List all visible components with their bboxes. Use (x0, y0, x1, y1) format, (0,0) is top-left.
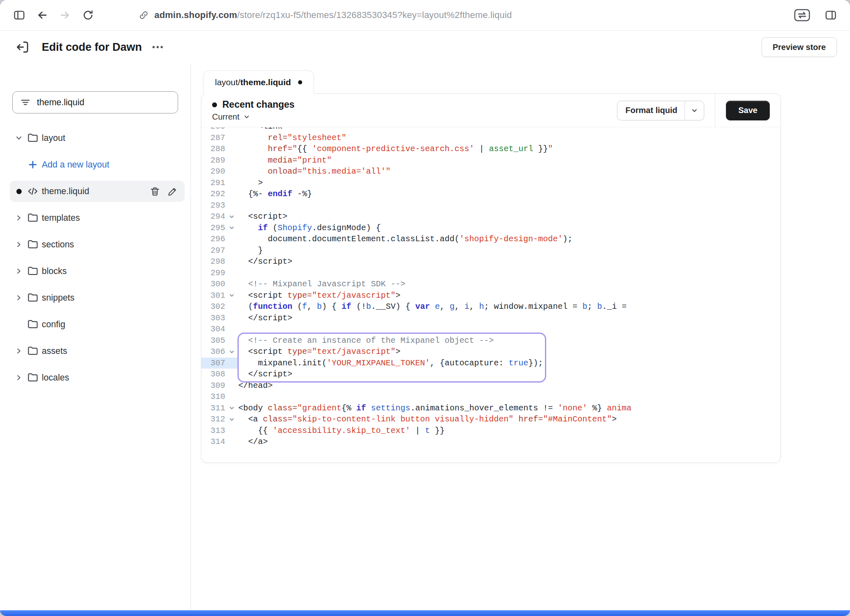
line-gutter: 288 (201, 143, 238, 155)
chevron-right-icon[interactable] (13, 346, 25, 356)
sidebar-item-blocks[interactable]: blocks (10, 260, 185, 282)
code-line-313[interactable]: 313 {{ 'accessibility.skip_to_text' | t … (201, 425, 780, 437)
sidebar-item-config[interactable]: config (10, 314, 185, 335)
chevron-down-icon[interactable] (685, 101, 704, 120)
save-button[interactable]: Save (726, 101, 770, 120)
back-icon[interactable] (33, 6, 52, 25)
code-line-294[interactable]: 294 <script> (201, 211, 780, 222)
line-gutter: 312 (201, 414, 238, 425)
trash-icon[interactable] (149, 186, 161, 197)
address-bar[interactable]: admin.shopify.com/store/rzq1xu-f5/themes… (138, 10, 512, 20)
code-line-305[interactable]: 305 <!-- Create an instance of the Mixpa… (201, 335, 780, 346)
code-line-299[interactable]: 299 (201, 267, 780, 279)
code-line-295[interactable]: 295 if (Shopify.designMode) { (201, 222, 780, 234)
line-number: 288 (201, 144, 225, 154)
code-editor[interactable]: 286 <link287 rel="stylesheet"288 href="{… (201, 127, 780, 463)
tree-item-label: config (42, 319, 65, 330)
code-line-292[interactable]: 292 {%- endif -%} (201, 188, 780, 200)
line-gutter: 310 (201, 391, 238, 403)
code-icon (25, 185, 41, 197)
code-line-311[interactable]: 311<body class="gradient{% if settings.a… (201, 403, 780, 414)
modified-indicator-dot (13, 189, 25, 194)
code-text: {{ 'accessibility.skip_to_text' | t }} (238, 425, 445, 437)
fold-toggle-icon[interactable] (225, 213, 238, 220)
line-gutter: 297 (201, 245, 238, 256)
tab-label: layout/theme.liquid (215, 77, 291, 87)
code-line-286[interactable]: 286 <link (201, 127, 780, 132)
editor-tab-theme-liquid[interactable]: layout/theme.liquid (203, 70, 314, 94)
preview-store-button[interactable]: Preview store (762, 37, 837, 57)
link-icon (138, 10, 149, 20)
line-gutter: 286 (201, 127, 238, 132)
file-search-input[interactable] (37, 97, 170, 108)
fold-toggle-icon[interactable] (225, 348, 238, 356)
chevron-right-icon[interactable] (13, 240, 25, 249)
pencil-icon[interactable] (167, 186, 178, 197)
sidebar-item-locales[interactable]: locales (10, 367, 185, 388)
tree-item-label: assets (42, 346, 67, 356)
code-line-287[interactable]: 287 rel="stylesheet" (201, 132, 780, 144)
forward-icon[interactable] (56, 6, 75, 25)
code-line-309[interactable]: 309</head> (201, 380, 780, 392)
code-line-291[interactable]: 291 > (201, 177, 780, 189)
code-line-303[interactable]: 303 </script> (201, 313, 780, 324)
tree-item-label: locales (42, 373, 69, 383)
add-new-layout-button[interactable]: Add a new layout (10, 154, 185, 175)
code-line-301[interactable]: 301 <script type="text/javascript"> (201, 290, 780, 301)
line-number: 305 (201, 336, 225, 345)
chevron-right-icon[interactable] (13, 213, 25, 222)
chevron-right-icon[interactable] (13, 267, 25, 276)
line-gutter: 295 (201, 222, 238, 234)
line-number: 292 (201, 189, 225, 199)
more-menu-icon[interactable] (148, 37, 167, 57)
sidebar-item-layout[interactable]: layout (10, 127, 185, 149)
code-line-290[interactable]: 290 onload="this.media='all'" (201, 166, 780, 177)
line-gutter: 290 (201, 166, 238, 177)
folder-icon (25, 318, 41, 331)
sidebar-item-snippets[interactable]: snippets (10, 287, 185, 308)
panel-switcher-icon[interactable] (793, 6, 812, 25)
exit-icon[interactable] (13, 37, 33, 57)
line-number: 293 (201, 201, 225, 210)
code-line-310[interactable]: 310 (201, 391, 780, 403)
code-line-307[interactable]: 307 mixpanel.init('YOUR_MIXPANEL_TOKEN',… (201, 358, 780, 369)
code-line-306[interactable]: 306 <script type="text/javascript"> (201, 346, 780, 358)
sidebar-item-sections[interactable]: sections (10, 234, 185, 255)
sidebar-item-assets[interactable]: assets (10, 340, 185, 362)
url-text: admin.shopify.com/store/rzq1xu-f5/themes… (154, 10, 512, 20)
line-number: 287 (201, 133, 225, 143)
code-line-293[interactable]: 293 (201, 200, 780, 211)
code-text: document.documentElement.classList.add('… (238, 233, 572, 245)
code-text: mixpanel.init('YOUR_MIXPANEL_TOKEN', {au… (238, 358, 543, 369)
code-line-297[interactable]: 297 } (201, 245, 780, 256)
code-line-296[interactable]: 296 document.documentElement.classList.a… (201, 233, 780, 245)
line-gutter: 300 (201, 279, 238, 290)
code-line-298[interactable]: 298 </script> (201, 256, 780, 267)
fold-toggle-icon[interactable] (225, 224, 238, 231)
version-selector[interactable]: Current (212, 112, 294, 122)
fold-toggle-icon[interactable] (225, 404, 238, 412)
chevron-down-icon[interactable] (13, 134, 25, 143)
code-line-312[interactable]: 312 <a class="skip-to-content-link butto… (201, 414, 780, 425)
reload-icon[interactable] (79, 6, 97, 25)
code-line-288[interactable]: 288 href="{{ 'component-predictive-searc… (201, 143, 780, 155)
window-sidebar-toggle-icon[interactable] (10, 6, 29, 25)
chevron-right-icon[interactable] (13, 373, 25, 382)
fold-toggle-icon[interactable] (225, 292, 238, 299)
code-line-300[interactable]: 300 <!-- Mixpanel Javascript SDK --> (201, 279, 780, 290)
fold-toggle-icon[interactable] (225, 416, 238, 423)
file-search-box[interactable] (12, 91, 178, 113)
code-line-314[interactable]: 314 </a> (201, 436, 780, 448)
tree-item-label: blocks (42, 266, 67, 276)
code-line-302[interactable]: 302 (function (f, b) { if (!b.__SV) { va… (201, 301, 780, 313)
code-line-308[interactable]: 308 </script> (201, 369, 780, 380)
chevron-right-icon[interactable] (13, 293, 25, 302)
format-liquid-button[interactable]: Format liquid (617, 101, 705, 120)
sidebar-item-templates[interactable]: templates (10, 207, 185, 229)
code-text: <link (238, 127, 283, 132)
folder-icon (25, 132, 41, 144)
code-line-289[interactable]: 289 media="print" (201, 155, 780, 166)
code-line-304[interactable]: 304 (201, 324, 780, 335)
sidebar-item-theme-liquid[interactable]: theme.liquid (10, 181, 185, 202)
right-sidebar-toggle-icon[interactable] (821, 6, 840, 25)
